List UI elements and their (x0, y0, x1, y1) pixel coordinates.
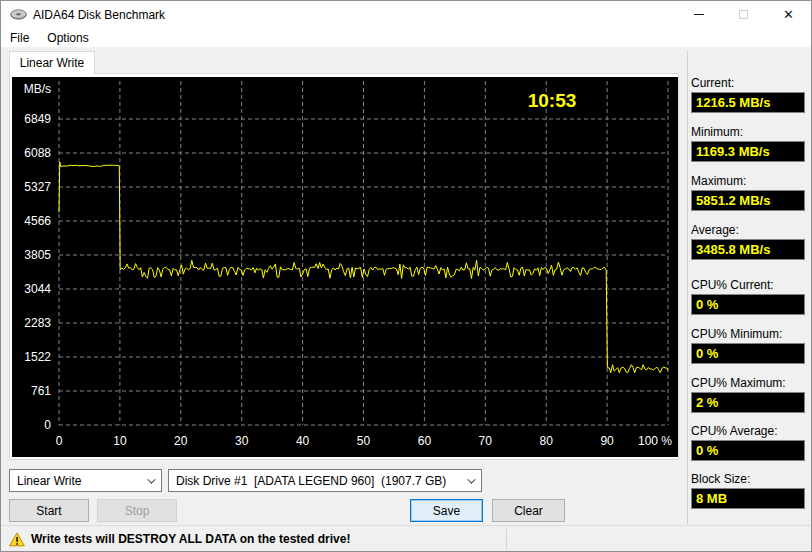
stop-button: Stop (97, 499, 177, 522)
stat-label-cpu-average: CPU% Average: (691, 424, 807, 438)
stat-value-cpu-current: 0 % (691, 294, 805, 315)
maximize-button (721, 1, 766, 28)
y-tick-label: 2283 (24, 316, 51, 330)
x-tick-label: 60 (418, 434, 432, 448)
stat-value-current: 1216.5 MB/s (691, 92, 805, 113)
stat-value-block-size: 8 MB (691, 488, 805, 509)
clear-button[interactable]: Clear (492, 499, 565, 522)
x-tick-label: 10 (113, 434, 127, 448)
tab-page: MB/s684960885327456638053044228315227610… (9, 73, 679, 460)
warning-triangle-icon (9, 532, 25, 547)
save-button[interactable]: Save (410, 499, 483, 522)
stat-label-cpu-current: CPU% Current: (691, 278, 807, 292)
y-tick-label: 6849 (24, 112, 51, 126)
test-type-select[interactable]: Linear Write (9, 469, 162, 492)
chart-canvas: MB/s684960885327456638053044228315227610… (12, 77, 678, 457)
benchmark-chart: MB/s684960885327456638053044228315227610… (12, 77, 678, 457)
y-tick-label: 3805 (24, 248, 51, 262)
stat-label-cpu-maximum: CPU% Maximum: (691, 376, 807, 390)
maximize-icon (739, 10, 748, 19)
stat-label-current: Current: (691, 76, 807, 90)
stat-value-maximum: 5851.2 MB/s (691, 190, 805, 211)
warning-message: Write tests will DESTROY ALL DATA on the… (31, 532, 350, 546)
x-tick-label: 0 (56, 434, 63, 448)
x-tick-label: 30 (235, 434, 249, 448)
stat-label-average: Average: (691, 223, 807, 237)
statusbar-divider (506, 529, 507, 550)
panel-separator (687, 51, 688, 524)
y-tick-label: 5327 (24, 180, 51, 194)
y-tick-label: 4566 (24, 214, 51, 228)
minimize-button[interactable] (676, 1, 721, 28)
y-tick-label: 1522 (24, 350, 51, 364)
stat-value-cpu-maximum: 2 % (691, 392, 805, 413)
drive-value: Disk Drive #1 [ADATA LEGEND 960] (1907.7… (176, 474, 446, 488)
x-tick-label: 20 (174, 434, 188, 448)
drive-select[interactable]: Disk Drive #1 [ADATA LEGEND 960] (1907.7… (168, 469, 482, 492)
stat-label-minimum: Minimum: (691, 125, 807, 139)
stat-value-cpu-minimum: 0 % (691, 343, 805, 364)
minimize-icon (694, 14, 704, 15)
stat-label-maximum: Maximum: (691, 174, 807, 188)
x-tick-label: 100 % (638, 434, 672, 448)
y-tick-label: 761 (31, 384, 51, 398)
stat-value-average: 3485.8 MB/s (691, 239, 805, 260)
close-button[interactable]: ✕ (766, 1, 811, 28)
status-bar: Write tests will DESTROY ALL DATA on the… (1, 525, 811, 552)
test-type-value: Linear Write (17, 474, 81, 488)
title-bar: AIDA64 Disk Benchmark ✕ (1, 1, 811, 28)
app-window: AIDA64 Disk Benchmark ✕ File Options Lin… (0, 0, 812, 552)
x-tick-label: 40 (296, 434, 310, 448)
menu-options[interactable]: Options (47, 31, 88, 45)
menu-file[interactable]: File (10, 31, 29, 45)
x-tick-label: 90 (600, 434, 614, 448)
stat-label-block-size: Block Size: (691, 472, 807, 486)
start-button[interactable]: Start (9, 499, 89, 522)
y-tick-label: 6088 (24, 146, 51, 160)
stat-value-minimum: 1169.3 MB/s (691, 141, 805, 162)
x-tick-label: 80 (540, 434, 554, 448)
disk-icon (10, 8, 27, 21)
y-axis-unit: MB/s (24, 82, 51, 96)
chevron-down-icon (147, 475, 155, 483)
y-tick-label: 0 (44, 418, 51, 432)
stat-label-cpu-minimum: CPU% Minimum: (691, 327, 807, 341)
tab-linear-write[interactable]: Linear Write (9, 51, 95, 74)
x-tick-label: 70 (479, 434, 493, 448)
stat-value-cpu-average: 0 % (691, 440, 805, 461)
chevron-down-icon (467, 475, 475, 483)
elapsed-time: 10:53 (528, 90, 577, 111)
y-tick-label: 3044 (24, 282, 51, 296)
x-tick-label: 50 (357, 434, 371, 448)
menu-bar: File Options (1, 28, 811, 47)
window-title: AIDA64 Disk Benchmark (33, 8, 165, 22)
